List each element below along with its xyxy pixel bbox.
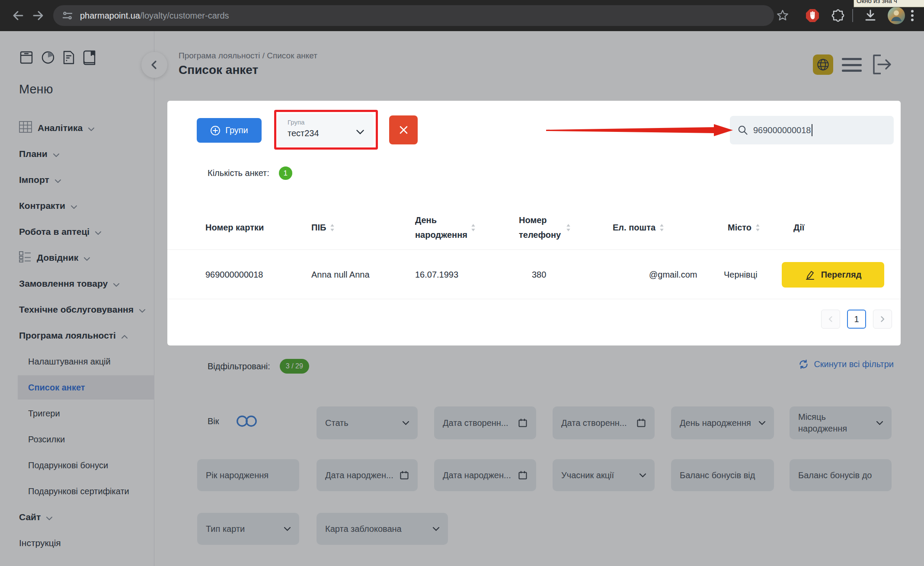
- chevron-down-icon: [88, 123, 94, 133]
- filter-birth-month[interactable]: Місяць народження: [790, 406, 892, 439]
- url-bar[interactable]: pharmapoint.ua/loyalty/customer-cards: [53, 5, 774, 26]
- sidebar: Меню Аналітика Плани Імпорт Контракти Ро…: [0, 31, 154, 566]
- filter-card-type[interactable]: Тип карти: [197, 513, 299, 545]
- pagination-next-button[interactable]: [873, 310, 892, 329]
- chevron-down-icon: [433, 527, 439, 531]
- sidebar-item-site[interactable]: Сайт: [0, 505, 154, 529]
- sidebar-item-goods-order[interactable]: Замовлення товару: [0, 272, 154, 296]
- search-icon: [738, 125, 748, 135]
- download-icon[interactable]: [863, 8, 878, 23]
- refresh-icon: [798, 359, 809, 370]
- count-row: Кількість анкет: 1: [208, 166, 292, 180]
- pagination: 1: [821, 310, 892, 329]
- adblock-extension-icon[interactable]: [805, 8, 820, 23]
- filter-gender[interactable]: Стать: [317, 406, 418, 439]
- pagination-page-1[interactable]: 1: [847, 310, 866, 329]
- sidebar-item-directory[interactable]: Довідник: [0, 246, 154, 270]
- book-icon[interactable]: [82, 50, 97, 67]
- chevron-down-icon: [356, 128, 364, 136]
- table-header: Номер картки ПІБ День народження Номер т…: [167, 205, 901, 250]
- col-city[interactable]: Місто: [728, 205, 760, 250]
- pagination-prev-button[interactable]: [821, 310, 840, 329]
- archive-box-icon[interactable]: [19, 50, 34, 67]
- page-title: Список анкет: [179, 63, 258, 77]
- reset-all-filters-link[interactable]: Скинути всі фільтри: [798, 359, 894, 370]
- groups-button[interactable]: Групи: [197, 118, 262, 143]
- sidebar-item-gift-bonuses[interactable]: Подарункові бонуси: [0, 453, 154, 477]
- sidebar-item-analytics[interactable]: Аналітика: [0, 116, 154, 140]
- filter-birth-day[interactable]: День народження: [671, 406, 774, 439]
- document-icon[interactable]: [62, 50, 75, 67]
- filter-birth-date-to[interactable]: Дата народжен...: [434, 459, 536, 491]
- sidebar-item-pharmacy-work[interactable]: Робота в аптеці: [0, 220, 154, 244]
- url-path: /loyalty/customer-cards: [140, 11, 229, 21]
- sidebar-item-mailings[interactable]: Розсилки: [0, 427, 154, 451]
- sidebar-item-triggers[interactable]: Тригери: [0, 401, 154, 425]
- back-icon[interactable]: [11, 9, 25, 22]
- sort-icon[interactable]: [755, 224, 760, 232]
- view-button[interactable]: Перегляд: [782, 262, 884, 288]
- col-email[interactable]: Ел. пошта: [613, 205, 664, 250]
- calendar-icon: [400, 470, 409, 480]
- filter-created-date-from[interactable]: Дата створенн...: [434, 406, 536, 439]
- sidebar-item-contracts[interactable]: Контракти: [0, 194, 154, 218]
- calendar-icon: [636, 418, 646, 428]
- cell-email: @gmail.com: [649, 250, 697, 299]
- age-filter-label: Вік: [208, 416, 219, 426]
- group-select[interactable]: Група тест234: [277, 114, 374, 146]
- cell-name: Anna null Anna: [311, 250, 370, 299]
- sidebar-item-instruction[interactable]: Інструкція: [0, 531, 154, 555]
- filter-bonus-balance-from[interactable]: Баланс бонусів від: [671, 459, 774, 491]
- sidebar-item-import[interactable]: Імпорт: [0, 168, 154, 192]
- hamburger-menu-icon[interactable]: [842, 58, 862, 72]
- filter-card-blocked[interactable]: Карта заблокована: [317, 513, 448, 545]
- extensions-puzzle-icon[interactable]: [831, 9, 845, 22]
- group-select-label: Група: [288, 118, 365, 126]
- filter-birth-year[interactable]: Рік народження: [197, 459, 299, 491]
- window-tooltip-partial: Окно из зна ч: [854, 0, 924, 7]
- bookmark-star-icon[interactable]: [776, 9, 789, 22]
- sort-icon[interactable]: [330, 224, 335, 232]
- sidebar-item-plans[interactable]: Плани: [0, 142, 154, 166]
- sidebar-item-gift-certificates[interactable]: Подарункові сертифікати: [0, 479, 154, 503]
- infinity-icon[interactable]: [236, 414, 258, 430]
- forward-icon[interactable]: [31, 9, 45, 22]
- col-phone[interactable]: Номер телефону: [519, 205, 571, 250]
- sidebar-item-customer-cards[interactable]: Список анкет: [18, 375, 154, 400]
- logout-icon[interactable]: [872, 54, 892, 77]
- table-row: 969000000018 Anna null Anna 16.07.1993 3…: [167, 250, 901, 299]
- customer-cards-panel: Групи Група тест234 969000000018 Кількіс…: [167, 101, 901, 345]
- filter-promo-participant[interactable]: Учасник акції: [553, 459, 655, 491]
- cell-birthday: 16.07.1993: [415, 250, 458, 299]
- filter-created-date-to[interactable]: Дата створенн...: [553, 406, 655, 439]
- col-name[interactable]: ПІБ: [311, 205, 335, 250]
- sidebar-item-loyalty-program[interactable]: Програма лояльності: [0, 323, 154, 348]
- sidebar-item-maintenance[interactable]: Технічне обслуговування: [0, 297, 154, 322]
- language-globe-button[interactable]: [813, 54, 833, 75]
- sidebar-item-promo-settings[interactable]: Налаштування акцій: [0, 349, 154, 374]
- collapse-sidebar-button[interactable]: [141, 52, 167, 78]
- grid-icon: [19, 121, 32, 135]
- list-icon: [19, 251, 31, 265]
- chrome-menu-icon[interactable]: [911, 9, 914, 22]
- cell-city: Чернівці: [724, 250, 758, 299]
- clear-filter-button[interactable]: [389, 115, 418, 144]
- breadcrumb[interactable]: Програма лояльності / Список анкет: [179, 51, 317, 61]
- profile-avatar[interactable]: [887, 6, 905, 25]
- search-value: 969000000018: [753, 125, 811, 135]
- chevron-down-icon: [46, 512, 52, 522]
- sort-icon[interactable]: [659, 224, 664, 232]
- filtered-label: Відфільтровані:: [208, 361, 270, 371]
- sort-icon[interactable]: [566, 224, 571, 232]
- close-icon: [399, 125, 409, 135]
- chevron-down-icon: [95, 227, 101, 237]
- pie-chart-icon[interactable]: [41, 50, 55, 67]
- sidebar-menu-title: Меню: [19, 82, 53, 96]
- filter-bonus-balance-to[interactable]: Баланс бонусів до: [790, 459, 892, 491]
- sort-icon[interactable]: [471, 224, 476, 232]
- col-birthday[interactable]: День народження: [415, 205, 476, 250]
- search-input[interactable]: 969000000018: [730, 116, 894, 144]
- filter-birth-date-from[interactable]: Дата народжен...: [317, 459, 418, 491]
- calendar-icon: [518, 418, 528, 428]
- chevron-left-icon: [827, 316, 834, 323]
